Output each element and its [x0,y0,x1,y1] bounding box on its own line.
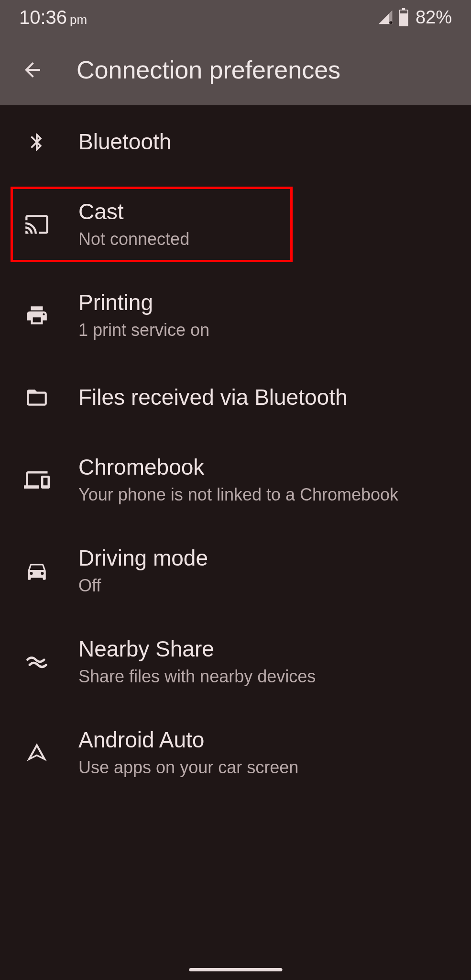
list-item-subtitle: Use apps on your car screen [78,756,298,780]
settings-list: Bluetooth Cast Not connected Printing 1 … [0,105,471,799]
status-right: ! 82% [377,7,452,28]
list-item-title: Printing [78,289,209,317]
status-time-value: 10:36 [19,7,67,28]
car-icon [23,557,51,585]
list-item-driving-mode[interactable]: Driving mode Off [0,525,471,616]
nearby-share-icon [23,648,51,676]
list-item-text: Android Auto Use apps on your car screen [78,726,298,779]
back-button[interactable] [19,56,46,83]
list-item-cast[interactable]: Cast Not connected [0,179,471,270]
list-item-text: Files received via Bluetooth [78,384,348,412]
status-time: 10:36 pm [19,7,87,28]
print-icon [23,301,51,329]
devices-icon [23,466,51,494]
battery-percentage: 82% [416,7,452,28]
list-item-title: Chromebook [78,454,398,481]
list-item-title: Nearby Share [78,635,316,663]
status-bar: 10:36 pm ! 82% [0,0,471,34]
list-item-bluetooth[interactable]: Bluetooth [0,105,471,179]
app-bar: Connection preferences [0,34,471,105]
svg-text:!: ! [390,19,392,25]
page-title: Connection preferences [77,56,340,84]
list-item-title: Driving mode [78,545,208,572]
list-item-subtitle: Off [78,574,208,598]
list-item-printing[interactable]: Printing 1 print service on [0,270,471,361]
list-item-subtitle: 1 print service on [78,319,209,342]
list-item-text: Driving mode Off [78,545,208,597]
status-time-suffix: pm [70,12,87,27]
list-item-nearby-share[interactable]: Nearby Share Share files with nearby dev… [0,616,471,707]
battery-icon [398,8,409,26]
list-item-subtitle: Share files with nearby devices [78,665,316,689]
bluetooth-icon [23,128,51,156]
svg-rect-2 [400,11,407,13]
folder-icon [23,384,51,412]
list-item-android-auto[interactable]: Android Auto Use apps on your car screen [0,707,471,798]
list-item-text: Cast Not connected [78,198,189,251]
list-item-text: Printing 1 print service on [78,289,209,342]
list-item-files-bluetooth[interactable]: Files received via Bluetooth [0,361,471,434]
list-item-title: Files received via Bluetooth [78,384,348,412]
list-item-title: Cast [78,198,189,226]
list-item-subtitle: Your phone is not linked to a Chromebook [78,483,398,507]
list-item-subtitle: Not connected [78,228,189,251]
list-item-chromebook[interactable]: Chromebook Your phone is not linked to a… [0,434,471,525]
cast-icon [23,211,51,238]
list-item-text: Chromebook Your phone is not linked to a… [78,454,398,506]
list-item-text: Nearby Share Share files with nearby dev… [78,635,316,688]
arrow-back-icon [21,58,44,81]
navigation-handle[interactable] [189,968,282,971]
android-auto-icon [23,739,51,767]
list-item-title: Bluetooth [78,128,171,156]
list-item-title: Android Auto [78,726,298,754]
signal-icon: ! [377,9,394,25]
list-item-text: Bluetooth [78,128,171,156]
